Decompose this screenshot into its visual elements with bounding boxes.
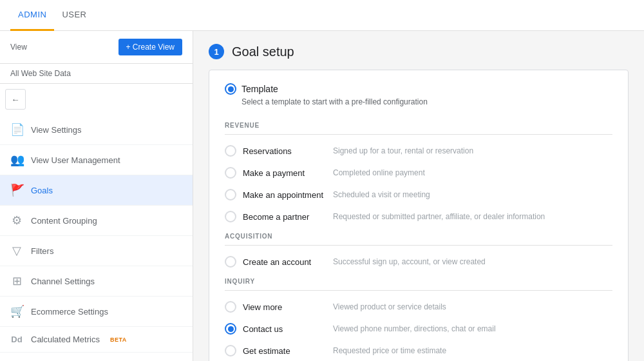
sidebar-item-label: Content Grouping [31, 216, 97, 226]
view-more-desc: Viewed product or service details [333, 302, 446, 311]
template-description: Select a template to start with a pre-fi… [242, 97, 612, 106]
create-view-button[interactable]: + Create View [118, 39, 183, 55]
get-estimate-radio[interactable] [225, 345, 236, 356]
sidebar-item-label: Channel Settings [31, 277, 95, 286]
create-account-radio[interactable] [225, 256, 236, 268]
channel-icon: ⊞ [10, 274, 23, 288]
create-account-label: Create an account [243, 257, 327, 267]
sidebar-item-label: Ecommerce Settings [31, 307, 108, 317]
option-get-estimate[interactable]: Get estimate Requested price or time est… [225, 340, 612, 361]
sidebar-header: View + Create View [0, 31, 193, 64]
sidebar-item-goals[interactable]: 🚩 Goals [0, 175, 193, 206]
option-contact-us[interactable]: Contact us Viewed phone number, directio… [225, 318, 612, 340]
inquiry-category-label: INQUIRY [225, 273, 612, 291]
filter-icon: ▽ [10, 244, 23, 258]
reservations-desc: Signed up for a tour, rental or reservat… [333, 146, 473, 155]
revenue-category-label: REVENUE [225, 117, 612, 135]
sidebar-item-ecommerce-settings[interactable]: 🛒 Ecommerce Settings [0, 297, 193, 327]
sidebar-item-label: View Settings [31, 125, 82, 135]
dd-icon: Dd [10, 335, 23, 344]
beta-badge: BETA [110, 337, 127, 343]
view-label: View [10, 43, 27, 52]
back-button[interactable]: ← [5, 89, 26, 110]
radio-inner-dot [228, 86, 234, 92]
option-view-more[interactable]: View more Viewed product or service deta… [225, 296, 612, 318]
template-radio-button[interactable] [225, 83, 236, 95]
top-navigation: ADMIN USER [0, 0, 644, 31]
template-label: Template [242, 84, 278, 94]
back-btn-container: ← [0, 84, 193, 115]
make-appointment-label: Make an appointment [243, 190, 327, 200]
sidebar-item-label: View User Management [31, 155, 120, 165]
make-payment-radio[interactable] [225, 167, 236, 179]
option-make-payment[interactable]: Make a payment Completed online payment [225, 162, 612, 184]
cart-icon: 🛒 [10, 304, 23, 318]
sidebar: View + Create View All Web Site Data ← 📄… [0, 31, 193, 361]
option-reservations[interactable]: Reservations Signed up for a tour, renta… [225, 140, 612, 162]
acquisition-category-label: ACQUISITION [225, 228, 612, 246]
step-circle: 1 [209, 44, 224, 59]
site-name: All Web Site Data [0, 64, 193, 84]
make-appointment-radio[interactable] [225, 189, 236, 200]
back-arrow-icon: ← [11, 95, 19, 104]
make-appointment-desc: Scheduled a visit or meeting [333, 190, 430, 199]
tab-admin[interactable]: ADMIN [10, 0, 54, 31]
goal-setup-card: Template Select a template to start with… [209, 70, 629, 361]
get-estimate-label: Get estimate [243, 346, 327, 356]
become-partner-radio[interactable] [225, 211, 236, 222]
sidebar-item-label: Calculated Metrics [31, 335, 100, 344]
sidebar-item-filters[interactable]: ▽ Filters [0, 236, 193, 266]
contact-us-label: Contact us [243, 324, 327, 334]
page-title: Goal setup [232, 44, 294, 59]
contact-us-radio[interactable] [225, 323, 236, 335]
sidebar-item-label: Goals [31, 186, 53, 195]
sidebar-item-view-user-management[interactable]: 👥 View User Management [0, 145, 193, 175]
grid-icon: ⚙ [10, 213, 23, 228]
sidebar-item-view-settings[interactable]: 📄 View Settings [0, 115, 193, 145]
view-more-radio[interactable] [225, 301, 236, 313]
view-more-label: View more [243, 302, 327, 312]
main-layout: View + Create View All Web Site Data ← 📄… [0, 31, 644, 361]
sidebar-item-content-grouping[interactable]: ⚙ Content Grouping [0, 206, 193, 236]
people-icon: 👥 [10, 153, 23, 167]
reservations-label: Reservations [243, 146, 327, 156]
create-account-desc: Successful sign up, account, or view cre… [333, 257, 486, 266]
option-make-appointment[interactable]: Make an appointment Scheduled a visit or… [225, 184, 612, 206]
content-area: 1 Goal setup Template Select a template … [193, 31, 644, 361]
radio-inner-dot [228, 326, 234, 332]
tab-user[interactable]: USER [54, 0, 94, 31]
flag-icon: 🚩 [10, 183, 23, 197]
option-create-account[interactable]: Create an account Successful sign up, ac… [225, 251, 612, 273]
option-become-partner[interactable]: Become a partner Requested or submitted … [225, 206, 612, 228]
become-partner-label: Become a partner [243, 212, 327, 222]
personal-tools-section-title: PERSONAL TOOLS & ASSETS [0, 353, 193, 361]
goal-setup-header: 1 Goal setup [209, 44, 629, 59]
sidebar-item-calculated-metrics[interactable]: Dd Calculated Metrics BETA [0, 327, 193, 353]
become-partner-desc: Requested or submitted partner, affiliat… [333, 212, 545, 221]
make-payment-label: Make a payment [243, 168, 327, 178]
contact-us-desc: Viewed phone number, directions, chat or… [333, 324, 496, 333]
document-icon: 📄 [10, 122, 23, 137]
reservations-radio[interactable] [225, 145, 236, 157]
get-estimate-desc: Requested price or time estimate [333, 346, 446, 355]
template-radio-row[interactable]: Template [225, 83, 612, 95]
sidebar-item-channel-settings[interactable]: ⊞ Channel Settings [0, 266, 193, 297]
make-payment-desc: Completed online payment [333, 168, 425, 177]
sidebar-item-label: Filters [31, 246, 53, 256]
